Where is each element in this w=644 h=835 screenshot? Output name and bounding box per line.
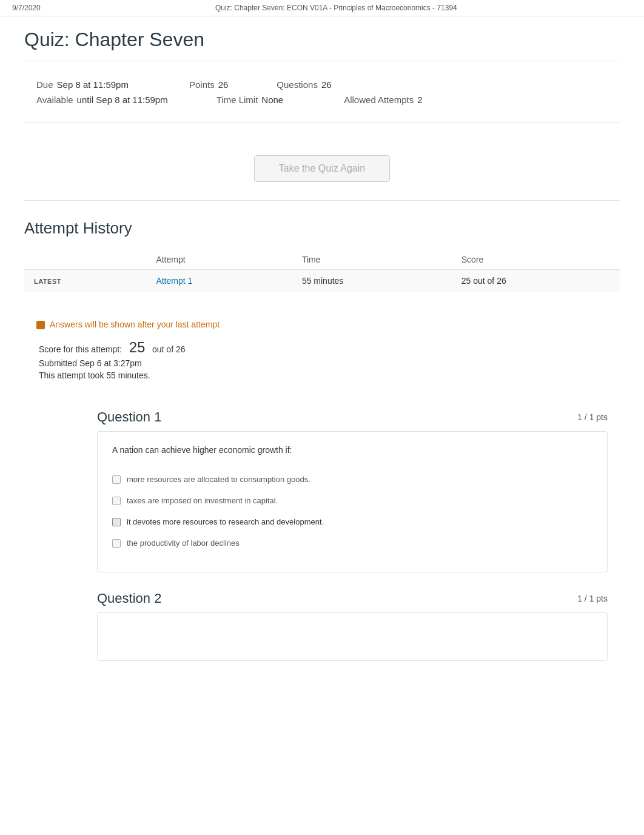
- answer-text-1d: the productivity of labor declines: [127, 538, 240, 548]
- take-quiz-button[interactable]: Take the Quiz Again: [254, 155, 390, 182]
- question-1-title: Question 1: [97, 409, 161, 425]
- score-out-of: out of 26: [152, 344, 186, 354]
- question-2-title: Question 2: [97, 591, 161, 606]
- answer-option-1a: more resources are allocated to consumpt…: [112, 469, 592, 490]
- due-value: Sep 8 at 11:59pm: [57, 79, 129, 90]
- score-line: Score for this attempt: 25 out of 26: [39, 339, 608, 356]
- answer-option-1c: it devotes more resources to research an…: [112, 511, 592, 532]
- table-row: LATEST Attempt 1 55 minutes 25 out of 26: [24, 270, 620, 292]
- questions-value: 26: [321, 79, 332, 90]
- quiz-meta: Due Sep 8 at 11:59pm Points 26 Questions…: [24, 73, 620, 122]
- question-1-header: Question 1 1 / 1 pts: [97, 409, 608, 425]
- score-number: 25: [129, 339, 146, 355]
- attempt-score: 25 out of 26: [452, 270, 620, 292]
- duration-line: This attempt took 55 minutes.: [39, 371, 608, 380]
- col-header-label: [24, 250, 146, 270]
- time-limit-value: None: [261, 95, 283, 105]
- question-1-pts: 1 / 1 pts: [577, 412, 608, 422]
- answer-option-1b: taxes are imposed on investment in capit…: [112, 490, 592, 511]
- radio-1a: [112, 475, 121, 484]
- top-bar: 9/7/2020 Quiz: Chapter Seven: ECON V01A …: [0, 0, 644, 16]
- time-limit-label: Time Limit: [216, 95, 258, 105]
- allowed-attempts-value: 2: [417, 95, 422, 105]
- content-wrapper: Quiz: Chapter Seven Due Sep 8 at 11:59pm…: [0, 16, 644, 703]
- submission-info: Answers will be shown after your last at…: [24, 310, 620, 395]
- col-header-time: Time: [292, 250, 452, 270]
- available-label: Available: [36, 95, 73, 105]
- allowed-attempts-label: Allowed Attempts: [344, 95, 414, 105]
- question-1-block: Question 1 1 / 1 pts A nation can achiev…: [97, 409, 608, 572]
- score-info: Score for this attempt: 25 out of 26 Sub…: [36, 339, 608, 380]
- radio-1c: [112, 518, 121, 526]
- warning-icon: [36, 321, 45, 329]
- col-header-score: Score: [452, 250, 620, 270]
- question-1-card: A nation can achieve higher economic gro…: [97, 431, 608, 572]
- radio-1b: [112, 497, 121, 505]
- due-label: Due: [36, 79, 53, 90]
- attempt-link[interactable]: Attempt 1: [156, 276, 192, 286]
- submitted-line: Submitted Sep 6 at 3:27pm: [39, 358, 608, 368]
- question-2-header: Question 2 1 / 1 pts: [97, 591, 608, 606]
- info-notice: Answers will be shown after your last at…: [36, 320, 608, 329]
- attempt-time: 55 minutes: [292, 270, 452, 292]
- question-2-block: Question 2 1 / 1 pts: [97, 591, 608, 661]
- attempt-history-table: Attempt Time Score LATEST Attempt 1 55 m…: [24, 250, 620, 292]
- notice-text: Answers will be shown after your last at…: [50, 320, 220, 329]
- points-value: 26: [218, 79, 229, 90]
- latest-label: LATEST: [34, 278, 61, 285]
- questions-label: Questions: [277, 79, 318, 90]
- question-2-pts: 1 / 1 pts: [577, 594, 608, 603]
- question-2-card: [97, 612, 608, 661]
- available-value: until Sep 8 at 11:59pm: [77, 95, 168, 105]
- top-bar-date: 9/7/2020: [12, 4, 41, 12]
- score-label: Score for this attempt:: [39, 344, 122, 354]
- answer-text-1a: more resources are allocated to consumpt…: [127, 475, 310, 484]
- points-label: Points: [189, 79, 215, 90]
- page-title: Quiz: Chapter Seven: [24, 29, 620, 61]
- question-1-text: A nation can achieve higher economic gro…: [112, 444, 592, 457]
- col-header-attempt: Attempt: [146, 250, 292, 270]
- attempt-history-title: Attempt History: [24, 219, 620, 238]
- radio-1d: [112, 539, 121, 548]
- top-bar-breadcrumb: Quiz: Chapter Seven: ECON V01A - Princip…: [215, 4, 457, 12]
- answer-text-1b: taxes are imposed on investment in capit…: [127, 496, 278, 505]
- answer-option-1d: the productivity of labor declines: [112, 532, 592, 554]
- answer-text-1c: it devotes more resources to research an…: [127, 517, 324, 526]
- take-quiz-section: Take the Quiz Again: [24, 137, 620, 201]
